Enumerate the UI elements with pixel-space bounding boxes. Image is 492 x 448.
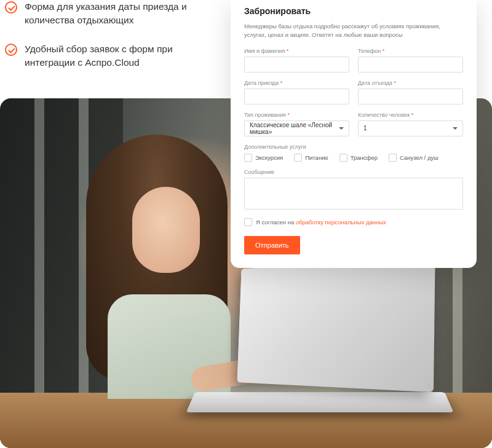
check-circle-icon: [5, 44, 17, 56]
chevron-down-icon: [339, 127, 344, 130]
type-select-value: Классическое шале «Лесной мишка»: [250, 122, 339, 135]
consent-text: Я согласен на обработку персональных дан…: [256, 219, 386, 226]
departure-label: Дата отъезда *: [358, 80, 463, 86]
checkbox-icon: [389, 154, 397, 162]
service-checkbox-bathroom[interactable]: Санузел / душ: [389, 154, 438, 162]
name-input[interactable]: [244, 57, 349, 73]
check-circle-icon: [5, 1, 17, 14]
form-title: Забронировать: [244, 6, 463, 16]
service-checkbox-food[interactable]: Питание: [294, 154, 328, 162]
feature-text: Форма для указания даты приезда и количе…: [25, 0, 214, 28]
feature-item: Удобный сбор заявок с форм при интеграци…: [5, 42, 214, 70]
checkbox-icon: [339, 154, 347, 162]
service-checkbox-excursion[interactable]: Экскурсия: [244, 154, 283, 162]
type-label: Тип проживания *: [244, 112, 349, 118]
laptop-illustration: [191, 264, 455, 423]
booking-form-card: Забронировать Менеджеры базы отдыха подр…: [231, 0, 477, 268]
checkbox-icon: [244, 154, 252, 162]
chevron-down-icon: [453, 127, 458, 130]
type-select[interactable]: Классическое шале «Лесной мишка»: [244, 120, 349, 136]
departure-input[interactable]: [358, 88, 463, 104]
checkbox-icon: [294, 154, 302, 162]
services-label: Дополнительные услуги: [244, 144, 463, 150]
services-checkboxes: Экскурсия Питание Трансфер Санузел / душ: [244, 154, 463, 162]
arrival-input[interactable]: [244, 88, 349, 104]
people-select-value: 1: [363, 125, 367, 132]
consent-link[interactable]: обработку персональных данных: [296, 219, 386, 226]
consent-row: Я согласен на обработку персональных дан…: [244, 218, 463, 226]
feature-list: Форма для указания даты приезда и количе…: [5, 0, 214, 85]
form-description: Менеджеры базы отдыха подробно расскажут…: [244, 22, 463, 39]
phone-label: Телефон *: [358, 48, 463, 54]
service-checkbox-transfer[interactable]: Трансфер: [339, 154, 378, 162]
people-label: Количество человек *: [358, 112, 463, 118]
feature-text: Удобный сбор заявок с форм при интеграци…: [25, 42, 214, 70]
feature-item: Форма для указания даты приезда и количе…: [5, 0, 214, 28]
arrival-label: Дата приезда *: [244, 80, 349, 86]
name-label: Имя и фамилия *: [244, 48, 349, 54]
consent-checkbox[interactable]: [244, 218, 252, 226]
phone-input[interactable]: [358, 57, 463, 73]
message-label: Сообщение: [244, 169, 463, 175]
people-select[interactable]: 1: [358, 120, 463, 136]
submit-button[interactable]: Отправить: [244, 236, 300, 254]
message-textarea[interactable]: [244, 178, 463, 210]
